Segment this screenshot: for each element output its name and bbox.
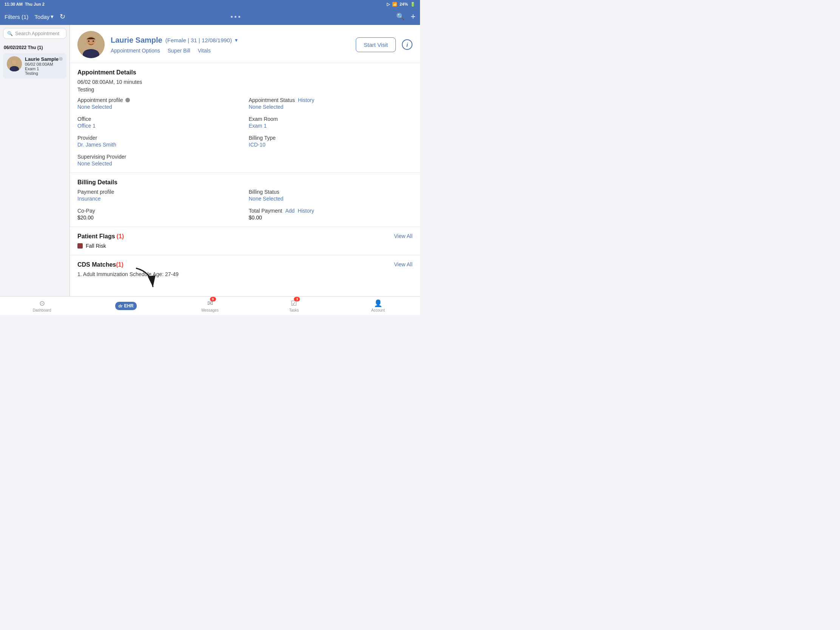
refresh-button[interactable]: ↻ <box>60 13 65 21</box>
provider-label: Provider <box>77 135 242 141</box>
provider-value[interactable]: Dr. James Smith <box>77 142 242 148</box>
billing-status-label: Billing Status <box>249 189 413 195</box>
tasks-badge: 3 <box>294 297 300 302</box>
vitals-link[interactable]: Vitals <box>198 47 211 54</box>
payment-profile-value[interactable]: Insurance <box>77 196 242 202</box>
appointment-datetime: 06/02 08:00AM, 10 minutes <box>77 79 412 85</box>
appointment-status-field: Appointment Status History None Selected <box>249 97 413 110</box>
billing-status-field: Billing Status None Selected <box>249 189 413 202</box>
exam-room-field: Exam Room Exam 1 <box>249 116 413 129</box>
search-icon[interactable]: 🔍 <box>396 13 404 21</box>
flags-view-all-link[interactable]: View All <box>394 233 412 239</box>
search-input[interactable]: Search Appointment <box>15 31 59 36</box>
supervising-provider-field: Supervising Provider None Selected <box>77 154 242 167</box>
location-icon: ▷ <box>387 2 390 7</box>
supervising-provider-value[interactable]: None Selected <box>77 161 242 167</box>
appointment-status-dot <box>59 57 63 61</box>
supervising-provider-label: Supervising Provider <box>77 154 242 160</box>
billing-type-value[interactable]: ICD-10 <box>249 142 413 148</box>
payment-profile-label: Payment profile <box>77 189 242 195</box>
battery: 24% <box>399 2 408 6</box>
tab-ehr[interactable]: dr EHR <box>84 302 168 310</box>
add-button[interactable]: + <box>411 12 415 22</box>
provider-field: Provider Dr. James Smith <box>77 135 242 148</box>
avatar <box>7 56 22 71</box>
billing-details-section: Billing Details Payment profile Insuranc… <box>70 173 420 227</box>
appointment-status-value[interactable]: None Selected <box>249 104 413 110</box>
svg-point-3 <box>12 60 17 65</box>
nav-bar-center <box>74 16 396 18</box>
search-icon: 🔍 <box>7 31 13 36</box>
start-visit-button[interactable]: Start Visit <box>356 37 396 52</box>
cds-count: (1) <box>116 261 123 268</box>
nav-dot-3 <box>238 16 240 18</box>
appointment-patient-name: Laurie Sample <box>25 56 63 62</box>
copay-value: $20.00 <box>77 215 242 221</box>
tab-account-label: Account <box>371 308 385 313</box>
tab-messages[interactable]: ✉ 9 Messages <box>168 299 252 313</box>
status-bar: 11:30 AM Thu Jun 2 ▷ 📶 24% 🔋 <box>0 0 420 8</box>
billing-type-field: Billing Type ICD-10 <box>249 135 413 148</box>
tab-dashboard[interactable]: ⊙ Dashboard <box>0 299 84 313</box>
tab-dashboard-label: Dashboard <box>33 308 51 313</box>
date-header: 06/02/2022 Thu (1) <box>0 42 69 52</box>
today-button[interactable]: Today ▾ <box>35 13 54 20</box>
appointment-details-title: Appointment Details <box>77 69 412 76</box>
billing-fields-grid: Payment profile Insurance Billing Status… <box>77 189 412 221</box>
appointment-note-detail: Testing <box>77 87 412 93</box>
wifi-icon: 📶 <box>392 2 397 7</box>
appointment-status-history-link[interactable]: History <box>298 97 315 103</box>
billing-status-value[interactable]: None Selected <box>249 196 413 202</box>
tab-tasks-label: Tasks <box>289 308 299 313</box>
flag-item-fall-risk: Fall Risk <box>77 243 394 249</box>
cds-content: CDS Matches (1) 1. Adult Immunization Sc… <box>77 261 394 277</box>
appointment-details-section: Appointment Details 06/02 08:00AM, 10 mi… <box>70 63 420 173</box>
main-layout: 🔍 Search Appointment 06/02/2022 Thu (1) … <box>0 25 420 296</box>
patient-avatar <box>77 31 105 58</box>
total-payment-field: Total Payment Add History $0.00 <box>249 208 413 221</box>
billing-type-label: Billing Type <box>249 135 413 141</box>
info-icon[interactable]: i <box>402 39 412 50</box>
nav-bar-right: 🔍 + <box>396 12 415 22</box>
cds-view-all-link[interactable]: View All <box>394 261 412 267</box>
ehr-icon: dr EHR <box>115 302 136 310</box>
cds-title: CDS Matches <box>77 261 116 268</box>
patient-info: Laurie Sample (Female | 31 | 12/08/1990)… <box>111 36 350 54</box>
appointment-profile-value[interactable]: None Selected <box>77 104 242 110</box>
battery-icon: 🔋 <box>410 2 415 7</box>
filters-button[interactable]: Filters (1) <box>5 14 28 20</box>
copay-label: Co-Pay <box>77 208 242 214</box>
status-bar-left: 11:30 AM Thu Jun 2 <box>5 2 44 6</box>
patient-name: Laurie Sample <box>111 36 163 44</box>
appointment-list-item[interactable]: Laurie Sample 06/02 08:00AM Exam 1 Testi… <box>3 53 66 79</box>
account-icon: 👤 <box>374 299 382 308</box>
office-field: Office Office 1 <box>77 116 242 129</box>
tab-bar: ⊙ Dashboard dr EHR ✉ 9 Messages ☑ 3 Task… <box>0 296 420 315</box>
exam-room-value[interactable]: Exam 1 <box>249 123 413 129</box>
appointment-profile-field: Appointment profile None Selected <box>77 97 242 110</box>
flags-title-row: Patient Flags (1) <box>77 233 394 240</box>
flags-title: Patient Flags <box>77 233 115 240</box>
office-value[interactable]: Office 1 <box>77 123 242 129</box>
appointment-info: Laurie Sample 06/02 08:00AM Exam 1 Testi… <box>25 56 63 76</box>
total-payment-label-row: Total Payment Add History <box>249 208 413 214</box>
patient-demographics: (Female | 31 | 12/08/1990) <box>166 37 232 43</box>
patient-chevron-icon[interactable]: ▾ <box>235 37 238 43</box>
total-payment-history-link[interactable]: History <box>298 208 314 214</box>
tab-account[interactable]: 👤 Account <box>336 299 420 313</box>
appointment-options-link[interactable]: Appointment Options <box>111 47 160 54</box>
super-bill-link[interactable]: Super Bill <box>168 47 190 54</box>
exam-room-label: Exam Room <box>249 116 413 122</box>
flags-count: (1) <box>117 233 124 240</box>
patient-flags-section: Patient Flags (1) Fall Risk View All <box>70 227 420 255</box>
svg-point-10 <box>93 40 94 42</box>
search-bar[interactable]: 🔍 Search Appointment <box>3 28 66 39</box>
flags-content: Patient Flags (1) Fall Risk <box>77 233 394 249</box>
flag-square-icon <box>77 243 83 248</box>
cds-title-row: CDS Matches (1) <box>77 261 394 268</box>
profile-dot <box>125 98 130 103</box>
patient-header: Laurie Sample (Female | 31 | 12/08/1990)… <box>70 25 420 63</box>
sidebar: 🔍 Search Appointment 06/02/2022 Thu (1) … <box>0 25 70 296</box>
total-payment-add-link[interactable]: Add <box>285 208 295 214</box>
tab-tasks[interactable]: ☑ 3 Tasks <box>252 299 336 313</box>
